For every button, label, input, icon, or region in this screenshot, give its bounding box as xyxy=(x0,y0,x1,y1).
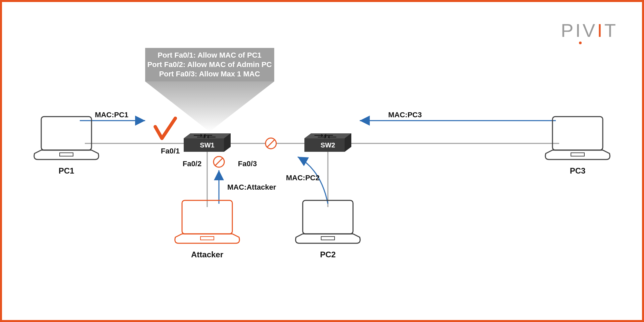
svg-rect-15 xyxy=(571,153,584,156)
network-diagram: Port Fa0/1: Allow MAC of PC1 Port Fa0/2:… xyxy=(13,13,631,309)
diagram-frame: PIVIT xyxy=(0,0,644,322)
flow-attacker-label: MAC:Attacker xyxy=(227,183,276,191)
switch-sw1-label: SW1 xyxy=(200,141,214,149)
port-fa02-label: Fa0/2 xyxy=(183,159,201,168)
brand-post: T xyxy=(604,20,618,41)
svg-rect-12 xyxy=(41,117,92,150)
brand-pre: PIV xyxy=(561,20,597,41)
pc1-label: PC1 xyxy=(59,166,74,175)
svg-rect-13 xyxy=(60,153,73,156)
pc2-label: PC2 xyxy=(320,250,336,259)
rule-line-1: Port Fa0/1: Allow MAC of PC1 xyxy=(158,51,261,59)
svg-marker-5 xyxy=(145,81,274,132)
laptop-pc1 xyxy=(34,117,99,159)
block-icon-attacker xyxy=(214,156,224,167)
flow-pc1-label: MAC:PC1 xyxy=(95,111,128,119)
rule-line-2: Port Fa0/2: Allow MAC of Admin PC xyxy=(147,60,272,69)
port-fa03-label: Fa0/3 xyxy=(238,159,257,168)
checkmark-icon xyxy=(155,118,175,138)
block-icon-sw1-sw2 xyxy=(266,138,276,149)
flow-pc2-label: MAC:PC2 xyxy=(286,174,319,182)
brand-dot-icon xyxy=(579,42,582,44)
svg-marker-10 xyxy=(304,133,351,138)
brand-logo: PIVIT xyxy=(561,19,618,41)
brand-accent: I xyxy=(597,20,604,41)
flow-pc3-label: MAC:PC3 xyxy=(388,111,422,119)
switch-sw2-label: SW2 xyxy=(320,141,335,149)
switch-sw2: SW2 xyxy=(304,133,351,152)
rules-callout: Port Fa0/1: Allow MAC of PC1 Port Fa0/2:… xyxy=(145,48,274,132)
rule-line-3: Port Fa0/3: Allow Max 1 MAC xyxy=(159,70,260,78)
attacker-label: Attacker xyxy=(191,250,223,259)
svg-rect-14 xyxy=(552,117,603,150)
svg-rect-19 xyxy=(321,237,335,240)
laptop-pc3 xyxy=(545,117,610,159)
pc3-label: PC3 xyxy=(570,166,586,175)
diagram-canvas: PIVIT xyxy=(13,13,631,309)
svg-marker-7 xyxy=(184,133,231,138)
port-fa01-label: Fa0/1 xyxy=(161,147,180,155)
switch-sw1: SW1 xyxy=(184,133,231,152)
svg-rect-17 xyxy=(200,237,214,240)
